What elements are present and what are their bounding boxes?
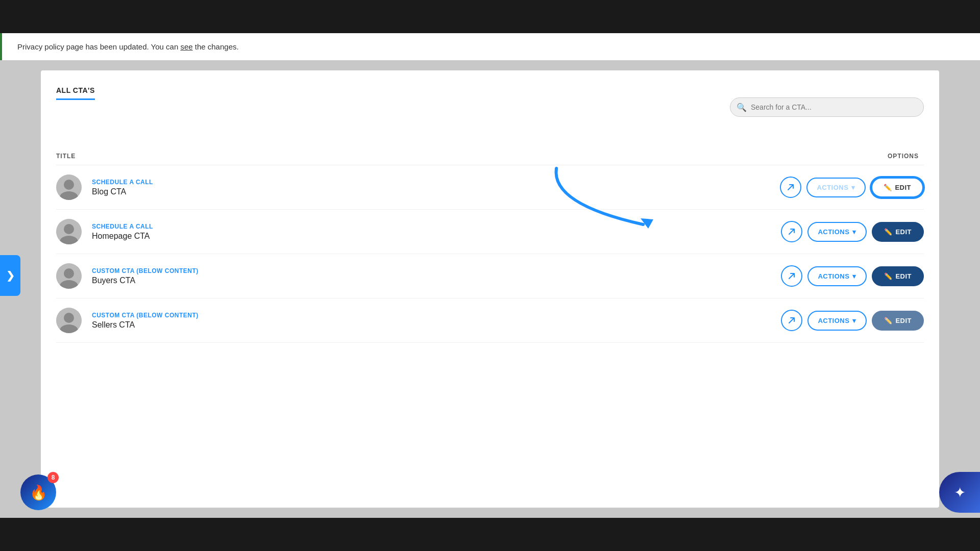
actions-label: ACTIONS [818,317,849,324]
actions-label: ACTIONS [818,272,849,280]
table-row: CUSTOM CTA (BELOW CONTENT) Sellers CTA A… [56,298,924,343]
avatar [56,263,82,289]
main-area: Privacy policy page has been updated. Yo… [0,33,980,518]
avatar [56,174,82,200]
actions-button[interactable]: ACTIONS ▾ [807,311,867,331]
row-type: CUSTOM CTA (BELOW CONTENT) [92,312,781,319]
search-input[interactable] [730,97,924,117]
launch-button[interactable] [781,265,802,287]
row-type: CUSTOM CTA (BELOW CONTENT) [92,267,781,274]
actions-label: ACTIONS [817,184,848,191]
edit-label: EDIT [895,272,912,280]
table-row: SCHEDULE A CALL Blog CTA ACTIONS ▾ ✏️ ED… [56,165,924,210]
avatar [56,219,82,244]
edit-label: EDIT [895,228,912,236]
row-content: SCHEDULE A CALL Homepage CTA [92,223,781,241]
chevron-right-icon: ❯ [6,269,15,282]
avatar [56,308,82,333]
chevron-down-icon: ▾ [851,184,855,191]
table-row: CUSTOM CTA (BELOW CONTENT) Buyers CTA AC… [56,254,924,298]
actions-label: ACTIONS [818,228,849,236]
svg-point-7 [64,268,74,279]
edit-icon: ✏️ [884,317,893,324]
actions-button[interactable]: ACTIONS ▾ [807,222,867,242]
svg-point-1 [64,180,74,190]
row-actions: ACTIONS ▾ ✏️ EDIT [780,177,924,198]
svg-point-4 [64,224,74,234]
row-actions: ACTIONS ▾ ✏️ EDIT [781,221,924,242]
row-name: Homepage CTA [92,232,781,241]
bottom-bar [0,518,980,551]
privacy-notice: Privacy policy page has been updated. Yo… [0,33,980,60]
privacy-link[interactable]: see [180,42,192,51]
edit-icon: ✏️ [884,184,892,191]
row-actions: ACTIONS ▾ ✏️ EDIT [781,265,924,287]
privacy-text2: the changes. [193,42,239,51]
search-icon: 🔍 [737,103,747,112]
launch-button[interactable] [780,177,801,198]
edit-label: EDIT [895,317,912,324]
col-options-header: OPTIONS [761,153,924,160]
actions-button[interactable]: ACTIONS ▾ [806,178,866,197]
launch-button[interactable] [781,310,802,331]
edit-button[interactable]: ✏️ EDIT [872,311,924,331]
row-name: Buyers CTA [92,276,781,285]
sparkle-widget[interactable]: ✦ [939,472,980,513]
tab-all-ctas[interactable]: ALL CTA'S [56,86,95,100]
row-name: Sellers CTA [92,320,781,330]
row-actions: ACTIONS ▾ ✏️ EDIT [781,310,924,331]
chat-icon: 🔥 [30,484,47,501]
chevron-down-icon: ▾ [852,317,856,324]
search-bar-container: 🔍 [730,97,924,117]
edit-button[interactable]: ✏️ EDIT [872,266,924,286]
row-content: CUSTOM CTA (BELOW CONTENT) Buyers CTA [92,267,781,285]
left-nav-button[interactable]: ❯ [0,255,20,296]
actions-button[interactable]: ACTIONS ▾ [807,266,867,286]
chat-widget[interactable]: 8 🔥 [20,474,56,510]
launch-button[interactable] [781,221,802,242]
table-row: SCHEDULE A CALL Homepage CTA ACTIONS ▾ ✏… [56,210,924,254]
edit-icon: ✏️ [884,228,893,236]
row-type: SCHEDULE A CALL [92,223,781,230]
tab-search-row: ALL CTA'S 🔍 [56,86,924,117]
edit-button[interactable]: ✏️ EDIT [872,222,924,242]
svg-point-10 [64,313,74,323]
edit-icon: ✏️ [884,272,893,280]
row-content: SCHEDULE A CALL Blog CTA [92,179,780,196]
edit-label: EDIT [895,184,911,191]
content-panel: ALL CTA'S 🔍 TITLE OPTIONS SCHEDULE A [41,70,939,508]
chevron-down-icon: ▾ [852,272,856,280]
col-title-header: TITLE [56,153,761,160]
top-bar [0,0,980,33]
chat-badge: 8 [47,472,59,483]
row-type: SCHEDULE A CALL [92,179,780,186]
row-name: Blog CTA [92,187,780,196]
sparkle-icon: ✦ [954,484,966,501]
privacy-text: Privacy policy page has been updated. Yo… [17,42,180,51]
table-header: TITLE OPTIONS [56,147,924,165]
row-content: CUSTOM CTA (BELOW CONTENT) Sellers CTA [92,312,781,330]
edit-button-highlighted[interactable]: ✏️ EDIT [871,177,924,198]
chevron-down-icon: ▾ [852,228,856,236]
